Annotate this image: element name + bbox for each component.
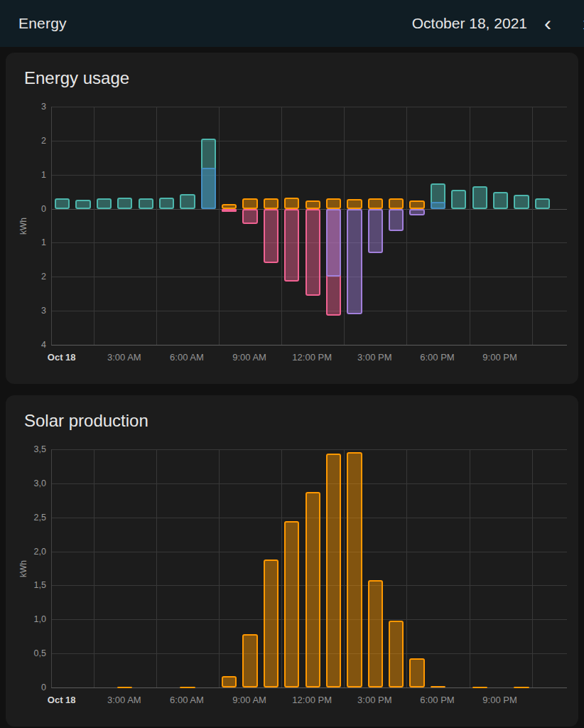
bar-solar-consumed-hour-17[interactable] bbox=[409, 200, 424, 209]
bar-battery-in-hour-9[interactable] bbox=[242, 209, 257, 225]
solar-production-chart: kWh 3,53,02,52,01,51,00,50 Oct 183:00 AM… bbox=[17, 449, 567, 714]
y-axis-label: 3,5 bbox=[34, 444, 46, 454]
bar-solar-production-hour-20[interactable] bbox=[472, 687, 487, 688]
bar-solar-production-hour-15[interactable] bbox=[368, 580, 383, 687]
gridline bbox=[52, 141, 567, 141]
bar-solar-production-hour-22[interactable] bbox=[514, 687, 529, 688]
plot-area[interactable] bbox=[51, 107, 567, 346]
bar-return-to-grid-hour-14[interactable] bbox=[347, 209, 362, 314]
x-axis-label: Oct 18 bbox=[48, 352, 76, 363]
x-axis-label: 3:00 AM bbox=[107, 352, 141, 363]
bar-solar-consumed-hour-8[interactable] bbox=[222, 204, 237, 208]
bar-return-to-grid-hour-16[interactable] bbox=[389, 209, 404, 231]
gridline bbox=[532, 107, 533, 345]
bar-solar-production-hour-18[interactable] bbox=[431, 686, 445, 687]
gridline bbox=[156, 107, 157, 345]
chevron-left-icon[interactable]: ‹ bbox=[540, 11, 556, 36]
bar-solar-consumed-hour-16[interactable] bbox=[389, 198, 404, 208]
bar-solar-production-hour-8[interactable] bbox=[222, 676, 237, 687]
bar-solar-production-hour-11[interactable] bbox=[284, 521, 299, 688]
y-axis-label: 1 bbox=[41, 237, 46, 247]
bar-solar-consumed-hour-15[interactable] bbox=[368, 198, 383, 208]
gridline bbox=[52, 449, 567, 450]
x-axis: Oct 183:00 AM6:00 AM9:00 AM12:00 PM3:00 … bbox=[51, 695, 567, 712]
y-axis-label: 3 bbox=[41, 102, 46, 112]
bar-grid-consumption-hour-18[interactable] bbox=[431, 202, 445, 209]
y-axis-title: kWh bbox=[17, 107, 30, 346]
y-axis-label: 1 bbox=[41, 170, 46, 180]
gridline bbox=[52, 311, 567, 311]
x-axis-label: 6:00 PM bbox=[420, 352, 454, 363]
bar-battery-out-hour-2[interactable] bbox=[97, 198, 112, 208]
bar-battery-in-hour-10[interactable] bbox=[264, 209, 279, 264]
bar-solar-production-hour-16[interactable] bbox=[389, 621, 404, 687]
x-axis-label: 6:00 PM bbox=[420, 695, 454, 705]
bar-battery-out-hour-0[interactable] bbox=[55, 198, 70, 208]
x-axis-label: 3:00 PM bbox=[357, 695, 391, 705]
gridline bbox=[219, 107, 220, 345]
bar-solar-production-hour-10[interactable] bbox=[264, 560, 279, 687]
x-axis-label: 12:00 PM bbox=[292, 695, 332, 705]
y-axis-label: 4 bbox=[41, 340, 46, 350]
x-axis-label: 6:00 AM bbox=[170, 695, 204, 705]
gridline bbox=[52, 175, 567, 176]
gridline bbox=[344, 449, 345, 687]
y-axis: 3,53,02,52,01,51,00,50 bbox=[30, 449, 51, 688]
bar-solar-production-hour-13[interactable] bbox=[326, 454, 341, 687]
bar-return-to-grid-hour-17[interactable] bbox=[409, 209, 424, 216]
energy-usage-chart: kWh 32101234 Oct 183:00 AM6:00 AM9:00 AM… bbox=[17, 107, 567, 371]
bar-battery-out-hour-4[interactable] bbox=[139, 198, 153, 208]
bar-solar-consumed-hour-14[interactable] bbox=[347, 199, 362, 208]
bar-solar-consumed-hour-11[interactable] bbox=[284, 198, 299, 208]
bar-battery-out-hour-1[interactable] bbox=[75, 200, 90, 209]
bar-battery-out-hour-19[interactable] bbox=[451, 190, 466, 208]
bar-return-to-grid-hour-13[interactable] bbox=[326, 209, 341, 277]
gridline bbox=[281, 107, 282, 345]
x-axis-label: 9:00 AM bbox=[232, 352, 266, 363]
bar-battery-out-hour-22[interactable] bbox=[514, 195, 529, 208]
bar-solar-consumed-hour-9[interactable] bbox=[242, 198, 257, 208]
bar-solar-production-hour-14[interactable] bbox=[347, 452, 362, 687]
bar-solar-production-hour-17[interactable] bbox=[409, 658, 424, 687]
bar-solar-consumed-hour-10[interactable] bbox=[264, 198, 279, 208]
bar-solar-production-hour-6[interactable] bbox=[180, 687, 195, 688]
y-axis-label: 1,0 bbox=[34, 614, 46, 624]
y-axis-label: 0 bbox=[41, 682, 46, 692]
gridline bbox=[406, 449, 407, 687]
gridline bbox=[344, 107, 345, 345]
bar-solar-production-hour-9[interactable] bbox=[242, 634, 257, 687]
bar-solar-consumed-hour-13[interactable] bbox=[326, 198, 341, 208]
y-axis-title: kWh bbox=[17, 449, 30, 688]
bar-battery-out-hour-3[interactable] bbox=[117, 198, 132, 209]
solar-production-card: Solar production kWh 3,53,02,52,01,51,00… bbox=[6, 395, 578, 727]
bar-battery-in-hour-8[interactable] bbox=[222, 209, 237, 213]
gridline bbox=[94, 107, 94, 345]
bar-solar-production-hour-3[interactable] bbox=[117, 687, 132, 688]
y-axis-label: 0,5 bbox=[34, 648, 46, 658]
gridline bbox=[52, 107, 567, 107]
y-axis-label: 2 bbox=[41, 272, 46, 282]
chart-main: 32101234 Oct 183:00 AM6:00 AM9:00 AM12:0… bbox=[30, 107, 567, 371]
bar-battery-out-hour-20[interactable] bbox=[472, 186, 487, 208]
y-axis-label: 0 bbox=[41, 204, 46, 214]
bar-grid-consumption-hour-7[interactable] bbox=[201, 168, 216, 208]
y-axis-label: 2,5 bbox=[34, 513, 46, 523]
chevron-right-icon[interactable]: › bbox=[578, 11, 584, 36]
plot-area[interactable] bbox=[51, 449, 567, 688]
bar-battery-out-hour-5[interactable] bbox=[159, 198, 174, 209]
bar-battery-in-hour-11[interactable] bbox=[284, 209, 299, 282]
y-axis-label: 2,0 bbox=[34, 547, 46, 557]
y-axis-label: 2 bbox=[41, 136, 46, 146]
bar-battery-out-hour-21[interactable] bbox=[493, 192, 508, 209]
gridline bbox=[219, 449, 220, 687]
bar-battery-in-hour-12[interactable] bbox=[305, 209, 320, 296]
app-header: Energy October 18, 2021 ‹ › bbox=[0, 0, 584, 47]
y-axis-label: 3,0 bbox=[34, 478, 46, 488]
bar-return-to-grid-hour-15[interactable] bbox=[368, 209, 383, 253]
gridline bbox=[52, 483, 567, 484]
bar-solar-consumed-hour-12[interactable] bbox=[305, 200, 320, 209]
bar-battery-out-hour-6[interactable] bbox=[180, 194, 195, 208]
bar-battery-out-hour-23[interactable] bbox=[535, 198, 550, 208]
gridline bbox=[281, 449, 282, 687]
bar-solar-production-hour-12[interactable] bbox=[305, 492, 320, 687]
